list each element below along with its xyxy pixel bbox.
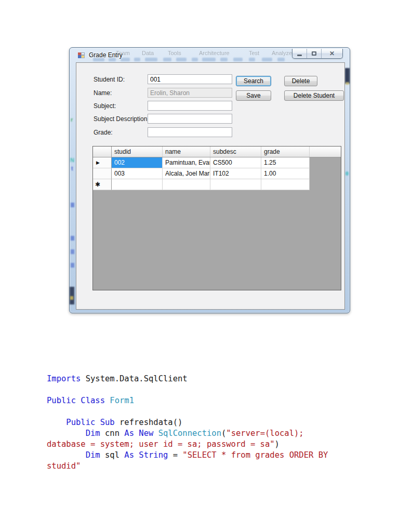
subject-description-label: Subject Description: — [94, 114, 149, 124]
row-selector-cell[interactable]: ✱ — [93, 179, 112, 190]
maximize-button[interactable] — [307, 49, 322, 58]
background-artifact — [71, 236, 74, 241]
student-id-label: Student ID: — [94, 75, 125, 85]
background-menu-hint: Test — [249, 50, 259, 56]
table-row[interactable]: 003 Alcala, Joel Mari IT102 1.00 — [93, 168, 341, 179]
background-artifact — [70, 287, 74, 304]
background-menu-hint: Analyze — [272, 50, 292, 56]
subject-description-input[interactable] — [148, 114, 232, 124]
grade-input[interactable] — [148, 127, 232, 137]
background-menu-hint: Tools — [168, 50, 181, 56]
background-artifact — [345, 82, 349, 85]
cell-grade[interactable]: 1.25 — [261, 157, 310, 168]
background-artifact — [70, 296, 73, 300]
background-artifact — [345, 68, 350, 84]
subject-label: Subject: — [94, 101, 116, 111]
cell-grade[interactable] — [261, 179, 310, 190]
document-page: TeamDataToolsArchitectureTestAnalyzeWind… — [0, 0, 399, 532]
maximize-icon — [312, 51, 316, 56]
column-header-studid[interactable]: studid — [112, 147, 163, 157]
new-row-icon: ✱ — [95, 181, 100, 188]
close-button[interactable]: ✕ — [322, 49, 342, 58]
background-menu-hint: Data — [142, 50, 154, 56]
form-client-area: Student ID: Name: Subject: Subject Descr… — [76, 62, 345, 310]
delete-button[interactable]: Delete — [284, 76, 317, 86]
cell-studid[interactable] — [112, 179, 163, 190]
table-row-new[interactable]: ✱ — [93, 179, 341, 190]
background-artifact: r — [71, 116, 73, 123]
cell-subdesc[interactable] — [210, 179, 261, 190]
background-artifact — [345, 171, 349, 176]
background-artifact — [71, 249, 74, 254]
minimize-button[interactable] — [292, 49, 307, 58]
name-label: Name: — [94, 88, 112, 98]
column-header-grade[interactable]: grade — [261, 147, 310, 157]
cell-studid[interactable]: 002 — [112, 157, 163, 168]
code-block: Imports System.Data.SqlClient Public Cla… — [47, 374, 328, 472]
row-selector-cell[interactable] — [93, 168, 112, 179]
app-icon-part — [81, 55, 85, 58]
search-button[interactable]: Search — [236, 76, 271, 86]
caption-buttons: ✕ — [292, 49, 343, 59]
cell-name[interactable]: Pamintuan, Evan... — [163, 157, 210, 168]
window-title: Grade Entry — [89, 51, 123, 59]
cell-name[interactable]: Alcala, Joel Mari — [163, 168, 210, 179]
window-titlebar[interactable]: TeamDataToolsArchitectureTestAnalyzeWind… — [70, 48, 350, 62]
column-header-name[interactable]: name — [163, 147, 210, 157]
background-artifact: N — [70, 157, 74, 163]
cell-subdesc[interactable]: CS500 — [210, 157, 261, 168]
save-button[interactable]: Save — [236, 90, 271, 101]
app-icon — [78, 51, 85, 59]
row-selector-cell[interactable]: ▶ — [93, 157, 112, 168]
grid-corner-cell[interactable] — [93, 147, 112, 157]
cell-name[interactable] — [163, 179, 210, 190]
grade-label: Grade: — [94, 128, 113, 138]
background-menu-hint: Architecture — [199, 50, 230, 56]
grade-entry-window: TeamDataToolsArchitectureTestAnalyzeWind… — [69, 47, 350, 313]
minimize-icon — [297, 55, 302, 56]
subject-input[interactable] — [148, 101, 232, 111]
student-id-input[interactable] — [148, 74, 232, 84]
table-row[interactable]: ▶ 002 Pamintuan, Evan... CS500 1.25 — [93, 157, 341, 168]
background-artifact — [71, 203, 74, 207]
current-row-icon: ▶ — [96, 160, 100, 165]
name-input — [148, 88, 232, 98]
grades-datagrid: studid name subdesc grade ▶ 002 Pamintua… — [92, 146, 341, 290]
delete-student-button[interactable]: Delete Student — [284, 90, 344, 101]
column-header-subdesc[interactable]: subdesc — [210, 147, 261, 157]
cell-studid[interactable]: 003 — [112, 168, 163, 179]
grid-header-row: studid name subdesc grade — [93, 147, 341, 157]
background-artifact: t — [71, 165, 73, 171]
close-icon: ✕ — [329, 50, 335, 57]
cell-subdesc[interactable]: IT102 — [210, 168, 261, 179]
cell-grade[interactable]: 1.00 — [261, 168, 310, 179]
background-artifact — [71, 263, 74, 268]
